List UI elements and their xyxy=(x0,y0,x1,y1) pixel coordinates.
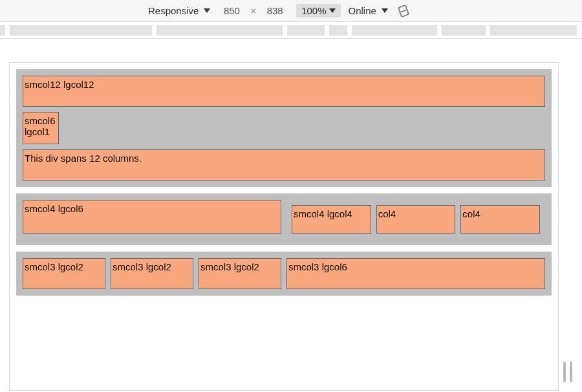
col-label: smcol4 lgcol6 xyxy=(25,203,83,214)
col-label: col4 xyxy=(378,208,396,219)
nested-grid-col: smcol4 lgcol4 col4 col4 xyxy=(286,200,545,239)
grid-col: smcol12 lgcol12 xyxy=(23,76,545,107)
responsive-toolbar: Responsive × 100% Online xyxy=(0,0,582,22)
col-label: smcol3 lgcol2 xyxy=(25,261,83,272)
grid-col: smcol4 lgcol6 xyxy=(23,200,281,234)
viewport-resize-handle[interactable] xyxy=(563,362,572,382)
col-label: smcol4 lgcol4 xyxy=(294,208,352,219)
nested-row: smcol4 lgcol4 col4 col4 xyxy=(289,202,543,236)
simulated-viewport: smcol12 lgcol12 smcol6 lgcol1 This div s… xyxy=(9,62,559,391)
dimension-separator: × xyxy=(250,5,256,16)
grid-col: smcol3 lgcol6 xyxy=(286,258,545,289)
grid-col: smcol3 lgcol2 xyxy=(23,258,105,289)
col-label: smcol3 lgcol2 xyxy=(113,261,171,272)
grid-col: This div spans 12 columns. xyxy=(23,149,545,180)
col-label: smcol6 xyxy=(25,115,56,126)
viewport-width-input[interactable] xyxy=(215,3,248,19)
grid-row: smcol4 lgcol6 smcol4 lgcol4 col4 col4 xyxy=(16,193,552,245)
grid-col: smcol6 lgcol1 xyxy=(23,112,59,144)
caret-down-icon xyxy=(329,8,336,13)
col-label: This div spans 12 columns. xyxy=(25,153,142,164)
col-label: smcol12 lgcol12 xyxy=(25,79,94,90)
breakpoint-ruler xyxy=(0,22,582,39)
grid-row: smcol12 lgcol12 smcol6 lgcol1 This div s… xyxy=(16,69,552,187)
throttling-selector[interactable]: Online xyxy=(346,5,388,16)
viewport-height-input[interactable] xyxy=(259,3,291,19)
col-label: smcol3 lgcol6 xyxy=(288,261,347,272)
col-label: smcol3 lgcol2 xyxy=(200,261,259,272)
device-mode-selector[interactable]: Responsive xyxy=(146,5,210,16)
grid-row: smcol3 lgcol2 smcol3 lgcol2 smcol3 lgcol… xyxy=(16,252,552,296)
device-mode-label: Responsive xyxy=(146,5,201,16)
rotate-icon xyxy=(395,3,412,19)
caret-down-icon xyxy=(204,8,210,13)
viewport-size: × xyxy=(215,3,291,19)
grid-col: col4 xyxy=(460,205,540,234)
grid-col: smcol3 lgcol2 xyxy=(111,258,193,289)
canvas-area: smcol12 lgcol12 smcol6 lgcol1 This div s… xyxy=(0,39,582,392)
zoom-label: 100% xyxy=(301,5,326,16)
col-label: col4 xyxy=(462,208,480,219)
grid-col: smcol4 lgcol4 xyxy=(292,205,371,234)
rotate-viewport-button[interactable] xyxy=(397,5,410,17)
caret-down-icon xyxy=(382,8,388,13)
col-label: lgcol1 xyxy=(25,126,50,137)
svg-line-1 xyxy=(400,10,407,12)
throttling-label: Online xyxy=(346,5,379,16)
zoom-selector[interactable]: 100% xyxy=(296,4,340,17)
grid-col: smcol3 lgcol2 xyxy=(199,258,281,289)
grid-col: col4 xyxy=(376,205,456,234)
